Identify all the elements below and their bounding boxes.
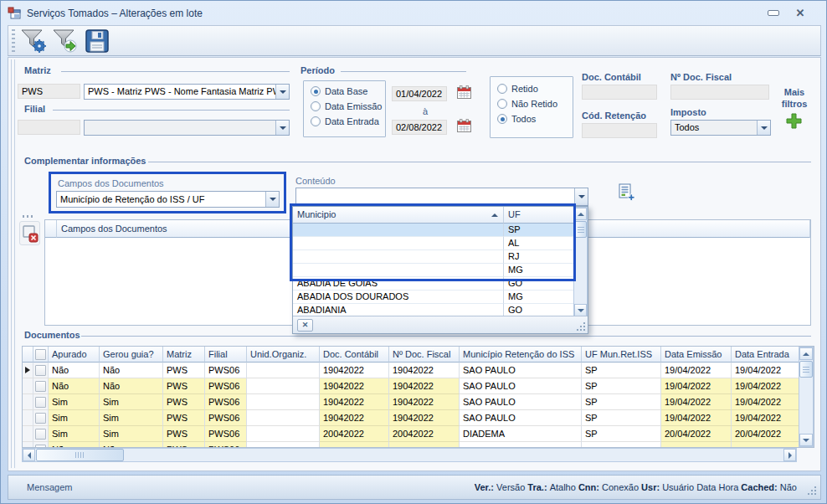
toolbar-grip[interactable] — [12, 29, 15, 53]
row-indicator-cell — [23, 442, 33, 447]
table-row[interactable]: SimSimPWSPWS062004202220042022DIADEMASP2… — [23, 426, 814, 442]
close-button[interactable]: ✕ — [791, 6, 809, 20]
radio-todos[interactable]: Todos — [497, 114, 536, 124]
table-row[interactable]: NãoNãoPWSPWS061904202219042022SAO PAULOS… — [23, 363, 814, 378]
date-end-input[interactable]: 02/08/2022 — [392, 120, 447, 135]
radio-nao-retido[interactable]: Não Retido — [497, 99, 557, 109]
dropdown-row[interactable]: RJ — [293, 250, 574, 264]
column-header[interactable]: Matriz — [163, 347, 205, 363]
matriz-combo-dropdown-button[interactable] — [275, 85, 289, 99]
column-header[interactable]: Filial — [205, 347, 247, 363]
chevron-down-icon — [280, 90, 286, 94]
remove-field-button[interactable] — [19, 221, 40, 245]
scrollbar-thumb[interactable] — [36, 449, 124, 461]
column-header[interactable]: Nº Doc. Fiscal — [389, 347, 460, 363]
radio-retido[interactable]: Retido — [497, 84, 538, 94]
dropdown-row[interactable]: ABADIA DE GOIASGO — [293, 277, 574, 291]
status-label: Usr: — [641, 482, 662, 492]
filter-apply-button[interactable] — [50, 28, 80, 54]
num-doc-fiscal-label: Nº Doc. Fiscal — [670, 72, 732, 82]
minimize-button[interactable] — [764, 6, 783, 20]
imposto-combo[interactable]: Todos — [670, 120, 771, 136]
header-checkbox-cell — [33, 347, 49, 363]
column-header[interactable]: Data Entrada — [732, 347, 799, 363]
radio-data-emissao[interactable]: Data Emissão — [311, 101, 382, 111]
row-checkbox[interactable] — [35, 381, 46, 392]
dropdown-column-uf[interactable]: UF — [504, 207, 574, 224]
documents-hscrollbar[interactable] — [22, 448, 797, 462]
table-row[interactable]: SimSimPWSPWS061904202219042022SAO PAULOS… — [23, 410, 814, 426]
row-checkbox[interactable] — [35, 429, 46, 440]
save-button[interactable] — [82, 28, 112, 54]
dropdown-row[interactable]: ABADIA DOS DOURADOSMG — [293, 291, 574, 304]
column-header[interactable]: UF Mun.Ret.ISS — [582, 347, 661, 363]
dropdown-row[interactable]: MG — [293, 264, 574, 277]
dropdown-scrollbar[interactable] — [573, 207, 588, 317]
matriz-code-input[interactable]: PWS — [18, 84, 80, 99]
table-cell: Não — [100, 363, 163, 378]
table-row[interactable]: NãoNãoPWSPWS061904202219042022SAO PAULOS… — [23, 378, 814, 394]
popup-resize-grip[interactable] — [576, 321, 586, 332]
table-cell: SAO PAULO — [460, 410, 582, 426]
window-resize-grip[interactable] — [807, 486, 817, 496]
row-checkbox[interactable] — [35, 445, 46, 448]
num-doc-fiscal-input[interactable] — [670, 85, 769, 100]
campos-documentos-combo[interactable]: Município de Retenção do ISS / UF — [56, 191, 280, 208]
table-cell — [247, 410, 320, 426]
fields-grid-indicator-header — [45, 220, 57, 238]
radio-data-entrada[interactable]: Data Entrada — [311, 116, 379, 126]
doc-contabil-input[interactable] — [582, 85, 657, 100]
table-cell: Sim — [100, 394, 163, 410]
plus-icon[interactable] — [786, 113, 802, 129]
scroll-up-button[interactable] — [799, 347, 813, 360]
dropdown-row[interactable]: SP — [293, 224, 574, 237]
filial-combo[interactable] — [84, 120, 290, 136]
documents-vscrollbar[interactable] — [799, 347, 814, 447]
calendar-start-icon[interactable] — [457, 85, 471, 99]
row-checkbox[interactable] — [35, 397, 46, 408]
conteudo-combo-dropdown-button[interactable] — [574, 188, 588, 205]
field-actions-handle[interactable] — [23, 215, 33, 218]
scroll-down-button[interactable] — [574, 304, 587, 316]
campos-combo-dropdown-button[interactable] — [265, 192, 279, 207]
date-start-input[interactable]: 01/04/2022 — [392, 86, 447, 101]
column-header[interactable]: Apurado — [49, 347, 100, 363]
column-header[interactable]: Unid.Organiz. — [247, 347, 320, 363]
cod-retencao-input[interactable] — [582, 123, 657, 138]
dropdown-column-municipio[interactable]: Municipio — [293, 207, 504, 224]
sort-asc-icon — [491, 213, 498, 217]
titlebar[interactable]: Serviços Tomados – Alterações em lote — [3, 3, 824, 24]
filter-settings-button[interactable] — [18, 28, 49, 54]
scroll-right-button[interactable] — [783, 449, 796, 461]
scroll-up-button[interactable] — [574, 208, 587, 220]
matriz-combo[interactable]: PWS - Matriz PWS - Nome Fantasia Matriz … — [84, 84, 290, 100]
scrollbar-thumb[interactable] — [574, 221, 587, 238]
popup-close-button[interactable]: ✕ — [297, 319, 313, 332]
table-row[interactable]: NãoNãoPWSPWS06 — [23, 442, 814, 447]
scrollbar-thumb[interactable] — [799, 361, 813, 378]
table-cell: PWS — [163, 442, 205, 447]
dropdown-row[interactable]: AL — [293, 237, 574, 250]
dropdown-footer: ✕ — [293, 316, 588, 333]
select-all-checkbox[interactable] — [35, 349, 46, 360]
column-header[interactable]: Data Emissão — [661, 347, 732, 363]
table-cell — [247, 442, 320, 447]
column-header[interactable]: Município Retenção do ISS — [460, 347, 582, 363]
calendar-end-icon[interactable] — [457, 119, 471, 132]
column-header[interactable]: Gerou guia? — [100, 347, 163, 363]
row-checkbox[interactable] — [35, 365, 46, 376]
scroll-down-button[interactable] — [799, 434, 813, 446]
panel-splitter[interactable] — [11, 59, 15, 468]
filial-code-input[interactable] — [18, 120, 80, 135]
table-row[interactable]: SimSimPWSPWS061904202219042022SAO PAULOS… — [23, 394, 814, 410]
dropdown-cell-municipio: ABADIA DE GOIAS — [293, 277, 504, 291]
column-header[interactable]: Doc. Contábil — [320, 347, 389, 363]
table-cell: SAO PAULO — [460, 363, 582, 378]
imposto-combo-dropdown-button[interactable] — [757, 121, 770, 135]
add-field-icon[interactable] — [617, 183, 635, 202]
scroll-left-button[interactable] — [23, 449, 35, 461]
filial-combo-dropdown-button[interactable] — [275, 121, 289, 135]
conteudo-combo[interactable] — [295, 188, 588, 206]
row-checkbox[interactable] — [35, 413, 46, 424]
radio-data-base[interactable]: Data Base — [311, 86, 367, 96]
